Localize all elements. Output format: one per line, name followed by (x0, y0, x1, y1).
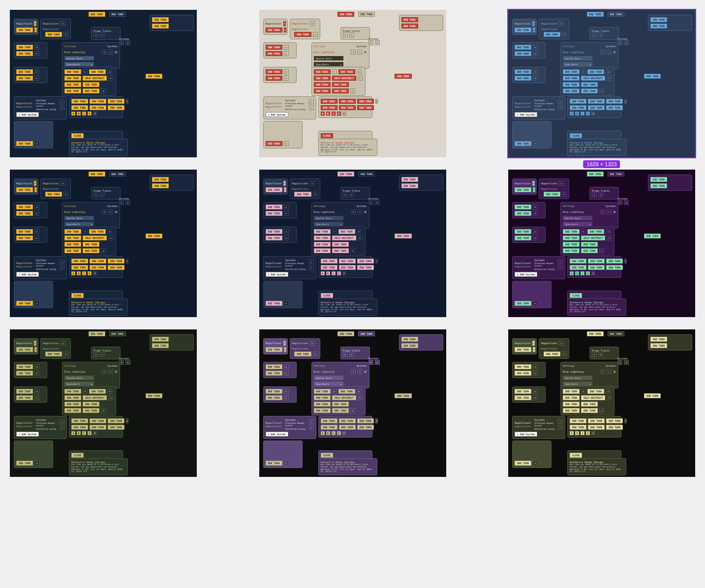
end-turn-button[interactable]: END TURN (314, 88, 331, 93)
pip-icon[interactable]: C (581, 271, 584, 275)
end-turn-button[interactable]: END TURN (152, 183, 169, 188)
end-turn-button[interactable]: END TURN (108, 99, 124, 104)
plus-icon[interactable]: + (93, 352, 98, 357)
end-turn-button[interactable]: END TURN (16, 347, 33, 352)
name-field[interactable]: Xanthe Kore (563, 56, 592, 60)
plus-icon[interactable]: + (349, 352, 354, 357)
close-button[interactable]: CLOSE (570, 293, 582, 298)
pip-icon[interactable]: B (326, 431, 330, 435)
pip-icon[interactable]: A (321, 271, 325, 275)
plus-icon[interactable]: + (100, 192, 105, 197)
end-turn-button[interactable]: END TURN (314, 408, 331, 413)
plus-icon[interactable]: + (343, 192, 348, 197)
end-turn-button[interactable]: END TURN (563, 82, 580, 87)
end-turn-button[interactable]: END TURN (89, 12, 105, 17)
plus-icon[interactable]: + (332, 69, 337, 74)
end-turn-button[interactable]: END TURN (16, 28, 33, 32)
pip-icon[interactable]: E (591, 431, 595, 435)
end-turn-button[interactable]: END TURN (321, 259, 337, 264)
plus-icon[interactable]: + (284, 389, 289, 394)
end-turn-button[interactable]: END TURN (45, 192, 62, 197)
end-turn-button[interactable]: END TURN (64, 242, 81, 247)
plus-icon[interactable]: + (581, 389, 586, 394)
plus-icon[interactable]: + (533, 45, 538, 50)
pip-icon[interactable]: C (332, 271, 336, 275)
plus-icon[interactable]: + (532, 21, 535, 26)
plus-icon[interactable]: + (600, 209, 605, 214)
plus-icon[interactable]: + (533, 205, 538, 209)
end-turn-button[interactable]: END TURN (357, 99, 374, 104)
plus-icon[interactable]: + (581, 229, 586, 234)
plus-icon[interactable]: + (102, 369, 107, 374)
pip-icon[interactable]: A (321, 431, 325, 435)
end-turn-button[interactable]: END TURN (321, 418, 337, 423)
box-icon[interactable]: ☐ (309, 99, 314, 104)
plus-icon[interactable]: + (101, 88, 106, 93)
end-turn-button[interactable]: END TURN (16, 205, 33, 209)
end-turn-button[interactable]: END TURN (587, 331, 604, 336)
plus-icon[interactable]: + (562, 192, 567, 197)
close-icon[interactable]: ✕ (364, 369, 367, 374)
plus-icon[interactable]: + (125, 40, 130, 45)
pip-icon[interactable]: B (77, 271, 81, 275)
box-icon[interactable]: ☐ (60, 105, 64, 110)
plus-icon[interactable]: + (559, 341, 564, 346)
end-turn-button[interactable]: END TURN (515, 51, 531, 56)
end-turn-button[interactable]: END TURN (515, 235, 531, 240)
box-icon[interactable]: ☐ (309, 419, 314, 424)
plus-icon[interactable]: + (533, 364, 538, 369)
end-turn-button[interactable]: END TURN (108, 265, 124, 270)
end-turn-button[interactable]: END TURN (337, 331, 354, 336)
plus-icon[interactable]: + (532, 341, 535, 346)
plus-icon[interactable]: + (34, 389, 39, 394)
theme-preview-9[interactable]: END TURN END TURN END TURN END TURN Magn… (508, 329, 695, 477)
end-turn-button[interactable]: END TURN (588, 99, 605, 104)
plus-icon[interactable]: + (34, 205, 39, 209)
end-turn-button[interactable]: END TURN (90, 105, 106, 110)
plus-icon[interactable]: + (533, 301, 538, 306)
plus-icon[interactable]: + (313, 352, 318, 356)
add-system-button[interactable]: + Add System (16, 272, 39, 277)
box-icon[interactable]: ☐ (108, 369, 113, 374)
end-turn-button[interactable]: END TURN (83, 402, 99, 407)
pip-icon[interactable]: E (591, 271, 595, 275)
end-turn-button[interactable]: END TURN (563, 248, 580, 253)
plus-icon[interactable]: + (599, 408, 604, 413)
plus-icon[interactable]: + (284, 205, 289, 209)
end-turn-button[interactable]: END TURN (108, 259, 124, 264)
plus-icon[interactable]: + (34, 395, 39, 400)
end-turn-button[interactable]: END TURN (16, 229, 33, 234)
plus-icon[interactable]: + (284, 28, 286, 32)
end-turn-button[interactable]: END TURN (294, 192, 311, 197)
end-turn-button[interactable]: END TURN (357, 265, 374, 270)
end-turn-button[interactable]: END TURN (606, 259, 623, 264)
end-turn-button[interactable]: END TURN (570, 425, 586, 430)
self-destruct-button[interactable]: SELF-DESTRUCT (83, 76, 107, 81)
theme-preview-4[interactable]: END TURN END TURN END TURN END TURN Magn… (10, 170, 197, 317)
end-turn-button[interactable]: END TURN (83, 248, 99, 253)
end-turn-button[interactable]: END TURN (339, 418, 356, 423)
end-turn-button[interactable]: END TURN (515, 187, 531, 192)
plus-icon[interactable]: + (349, 192, 354, 197)
end-turn-button[interactable]: END TURN (108, 105, 124, 110)
end-turn-button[interactable]: END TURN (266, 235, 282, 240)
end-turn-button[interactable]: END TURN (152, 24, 169, 29)
plus-icon[interactable]: + (283, 21, 286, 26)
plus-icon[interactable]: + (34, 69, 39, 74)
end-turn-button[interactable]: END TURN (152, 177, 169, 182)
end-turn-button[interactable]: END TURN (588, 105, 605, 110)
pip-icon[interactable]: D (586, 431, 590, 435)
name-field[interactable]: Xanthe Kore (64, 376, 94, 380)
end-turn-button[interactable]: END TURN (314, 389, 331, 394)
end-turn-button[interactable]: END TURN (515, 347, 531, 352)
plus-icon[interactable]: + (607, 76, 612, 81)
end-turn-button[interactable]: END TURN (606, 425, 623, 430)
pip-icon[interactable]: E (342, 112, 346, 116)
end-turn-button[interactable]: END TURN (515, 229, 531, 234)
plus-icon[interactable]: + (34, 301, 39, 306)
origin-select[interactable]: Spaceborn (314, 62, 343, 66)
end-turn-button[interactable]: END TURN (401, 17, 418, 22)
close-button[interactable]: CLOSE (570, 453, 582, 458)
plus-icon[interactable]: + (533, 389, 538, 394)
theme-preview-1[interactable]: END TURN END TURN END TURN END TURN Magn… (10, 10, 197, 157)
